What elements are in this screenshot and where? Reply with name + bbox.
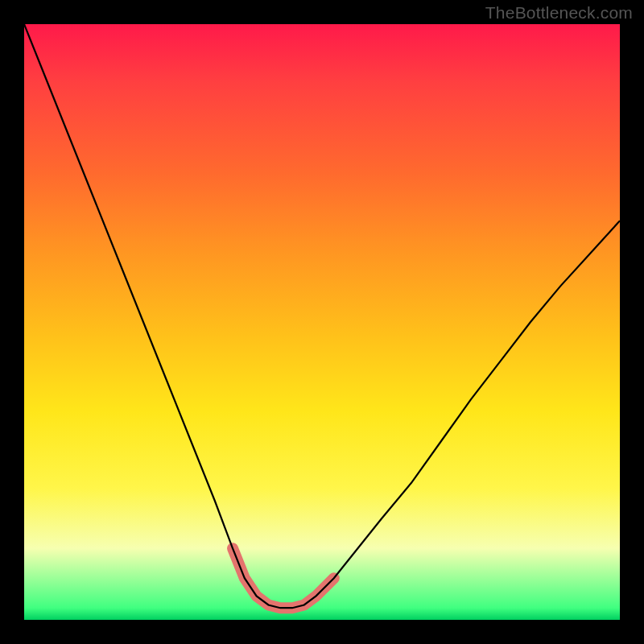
watermark-text: TheBottleneck.com — [485, 3, 633, 23]
chart-svg — [24, 24, 620, 620]
chart-frame: TheBottleneck.com — [0, 0, 644, 644]
plot-area — [24, 24, 620, 620]
highlight-band-path — [233, 548, 334, 608]
bottleneck-curve-path — [24, 24, 620, 608]
